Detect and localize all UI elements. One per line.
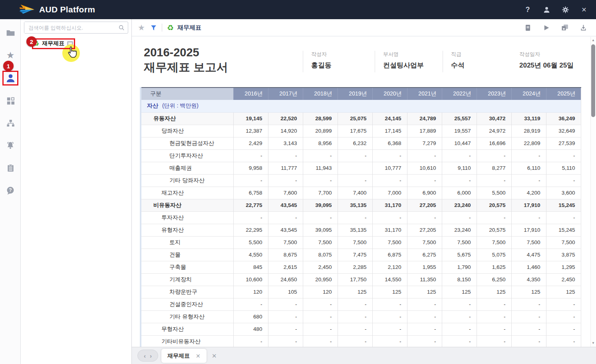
tab-close-icon[interactable]: ✕ (196, 353, 201, 359)
meta-author: 작성자 홍길동 (303, 51, 332, 72)
cell-value: - (303, 174, 338, 187)
cell-value: - (511, 298, 546, 310)
report-title: 2016-2025 재무제표 보고서 (144, 45, 228, 75)
cell-value: 23,240 (442, 224, 477, 236)
help-icon[interactable]: ? (524, 6, 532, 14)
meta-position: 직급 수석 (443, 51, 465, 72)
cell-value: 39,095 (303, 224, 338, 236)
orgchart-icon[interactable] (0, 116, 21, 130)
user-icon[interactable] (542, 6, 550, 14)
scroll-down-arrow-icon[interactable]: ▼ (591, 340, 596, 346)
favorite-star-icon[interactable]: ★ (138, 23, 145, 32)
financial-table: 구분 2016년2017년2018년2019년2020년2021년2022년20… (140, 87, 581, 347)
cell-value: 2,450 (546, 273, 581, 286)
cell-value: 20,899 (303, 125, 338, 137)
cell-value: - (233, 174, 268, 187)
cell-value: 6,368 (372, 137, 407, 149)
cell-value: 36,249 (546, 112, 581, 125)
cell-value: - (511, 174, 546, 187)
cell-value: - (477, 323, 511, 335)
cell-value: 24,650 (268, 273, 303, 286)
cell-value: 28,599 (303, 112, 338, 125)
cell-value: - (546, 298, 581, 310)
cell-value: 17,910 (511, 199, 546, 211)
cell-value: 105 (268, 286, 303, 298)
cell-value: 7,279 (407, 137, 442, 149)
meta-department: 부서명 컨설팅사업부 (375, 51, 424, 72)
tab-financial-statements[interactable]: 재무제표 ✕ (161, 349, 207, 363)
search-icon[interactable] (118, 24, 125, 33)
cell-value: - (442, 298, 477, 310)
cell-value: 6,000 (442, 187, 477, 199)
search-input[interactable] (24, 22, 115, 33)
cell-value: - (338, 310, 372, 323)
cell-value: 7,500 (442, 236, 477, 249)
document-icon[interactable] (524, 24, 532, 32)
table-row: 단기투자자산---------- (141, 149, 581, 162)
cell-value: - (268, 211, 303, 224)
tab-next-icon[interactable]: › (150, 353, 152, 359)
help-bubble-icon[interactable]: ? (0, 184, 21, 197)
cell-value: 15,245 (546, 224, 581, 236)
cell-value: - (233, 149, 268, 162)
cell-value: 31,170 (372, 224, 407, 236)
cell-value: - (407, 310, 442, 323)
cell-value: 8,956 (303, 137, 338, 149)
cell-value: - (303, 298, 338, 310)
cell-value: 19,145 (233, 112, 268, 125)
tab-prev-icon[interactable]: ‹ (144, 353, 146, 359)
table-row: 토지5,5007,5007,5007,5007,5007,5007,5007,5… (141, 236, 581, 249)
cell-value: - (303, 323, 338, 335)
cell-value: 22,520 (268, 112, 303, 125)
settings-icon[interactable] (561, 6, 569, 14)
row-label: 유형자산 (141, 224, 233, 236)
cell-value: 6,110 (511, 162, 546, 174)
cell-value: 4,475 (511, 249, 546, 261)
svg-text:?: ? (9, 187, 12, 193)
filter-icon[interactable] (150, 24, 157, 31)
cell-value: - (338, 335, 372, 347)
play-icon[interactable] (542, 24, 550, 32)
report-recycle-icon: ♻ (167, 23, 174, 32)
scroll-up-arrow-icon[interactable]: ▲ (591, 38, 596, 43)
cell-value: 4,550 (233, 249, 268, 261)
cell-value: 125 (407, 286, 442, 298)
cell-value: 125 (477, 286, 511, 298)
cell-value: 8,150 (442, 273, 477, 286)
cell-value: 7,000 (372, 187, 407, 199)
cell-value: - (372, 310, 407, 323)
star-icon[interactable]: ★ (0, 48, 21, 62)
cell-value: 5,500 (477, 187, 511, 199)
report-name: 재무제표 (177, 24, 201, 32)
scrollbar-thumb[interactable] (591, 44, 595, 117)
cell-value: 32,649 (546, 125, 581, 137)
cell-value: 1,955 (407, 261, 442, 273)
cell-value: 43,545 (268, 224, 303, 236)
folder-icon[interactable] (0, 26, 21, 40)
table-row: 유동자산19,14522,52028,59925,07524,14524,789… (141, 112, 581, 125)
cell-value: - (546, 310, 581, 323)
cell-value: - (546, 335, 581, 347)
cell-value: 9,958 (233, 162, 268, 174)
table-row: 투자자산---------- (141, 211, 581, 224)
clipboard-icon[interactable] (0, 161, 21, 175)
cell-value: 10,447 (442, 137, 477, 149)
cell-value: - (442, 149, 477, 162)
download-icon[interactable] (580, 24, 587, 32)
cell-value: 17,889 (407, 125, 442, 137)
section-title: 자산 (147, 102, 158, 109)
vertical-scrollbar[interactable]: ▲ ▼ (590, 37, 596, 347)
close-icon[interactable]: ✕ (580, 6, 588, 14)
cell-value: 20,950 (303, 273, 338, 286)
cell-value: 3,875 (546, 249, 581, 261)
save-copy-icon[interactable] (561, 24, 569, 32)
year-column-header: 2021년 (407, 88, 442, 100)
table-row: 기타비유동자산---------- (141, 335, 581, 347)
close-all-tabs-icon[interactable]: ✕ (212, 347, 217, 364)
grid-icon[interactable] (0, 94, 21, 107)
row-label: 기계장치 (141, 273, 233, 286)
cell-value: 4,200 (511, 187, 546, 199)
cell-value: 6,758 (233, 187, 268, 199)
bell-icon[interactable] (0, 139, 21, 152)
cell-value: - (338, 323, 372, 335)
